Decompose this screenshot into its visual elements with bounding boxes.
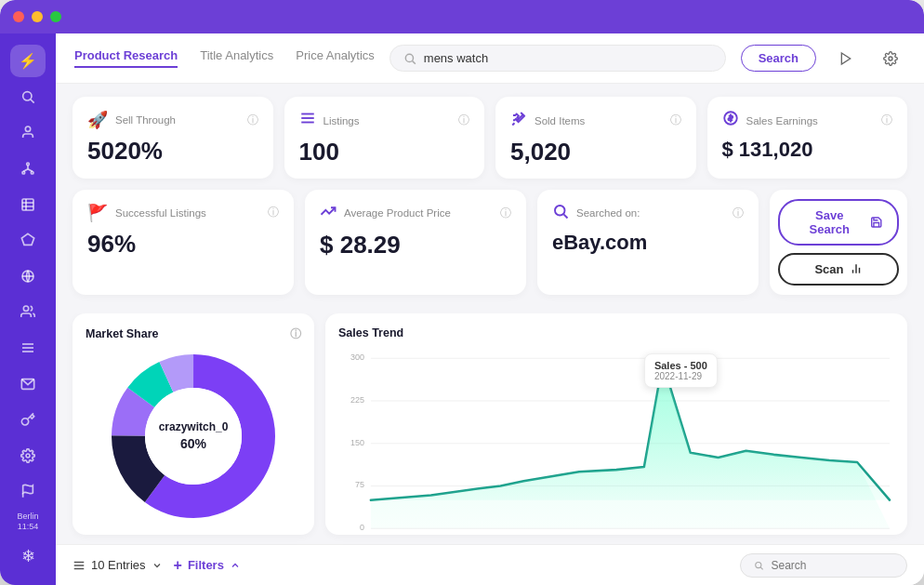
svg-text:225: 225 [350,394,364,404]
svg-text:2022-12-06: 2022-12-06 [798,536,833,538]
maximize-dot[interactable] [50,11,61,22]
sidebar-item-search[interactable] [10,81,46,113]
svg-point-16 [23,306,28,311]
sales-earnings-icon [722,110,739,131]
market-share-card: Market Share ⓘ [73,313,314,535]
filters-chevron-icon [230,560,241,571]
listings-info[interactable]: ⓘ [458,113,469,128]
sidebar-bottom: Berlin 11:54 ❄ [10,512,46,574]
metric-sales-earnings: Sales Earnings ⓘ $ 131,020 [707,97,908,179]
successful-listings-info[interactable]: ⓘ [268,205,279,220]
svg-line-24 [412,60,415,63]
sales-earnings-value: $ 131,020 [722,139,893,161]
bottom-search-icon [754,560,764,571]
metrics-row-2: 🚩 Successful Listings ⓘ 96% Average Prod… [73,190,907,295]
settings-icon-button[interactable] [876,44,905,73]
metric-successful-listings: 🚩 Successful Listings ⓘ 96% [73,190,294,295]
svg-point-31 [555,206,565,216]
sidebar-item-layers[interactable] [10,332,46,365]
bottom-search-bar [740,553,907,578]
sidebar-item-user[interactable] [10,116,46,149]
metrics-row-1: 🚀 Sell Through ⓘ 5020% Listings ⓘ [73,97,907,179]
sidebar-item-settings[interactable] [10,440,46,472]
svg-line-7 [23,169,28,172]
entries-icon [73,559,86,572]
svg-marker-25 [841,53,850,64]
bottom-bar: 10 Entries + Filters [56,544,924,585]
metrics-section: 🚀 Sell Through ⓘ 5020% Listings ⓘ [56,84,924,313]
svg-point-21 [26,454,30,458]
filters-label: Filters [188,558,224,572]
main-search-bar [389,45,726,72]
svg-text:2022-11-27: 2022-11-27 [608,536,643,538]
search-icon [403,52,416,65]
svg-text:2022-11-24: 2022-11-24 [534,536,569,538]
save-search-button[interactable]: Save Search [778,199,899,246]
svg-line-1 [31,100,34,103]
avg-price-info[interactable]: ⓘ [500,206,511,221]
sidebar-item-flag[interactable] [10,475,46,508]
sidebar-item-logo[interactable]: ⚡ [10,45,46,77]
svg-line-32 [563,214,567,218]
line-chart-wrapper: Sales - 500 2022-11-29 300 225 150 75 0 [338,349,894,538]
search-button[interactable]: Search [741,45,816,72]
listings-icon [299,110,316,131]
tab-price-analytics[interactable]: Price Analytics [296,48,375,68]
sell-through-label: Sell Through [115,114,176,126]
sidebar-item-table[interactable] [10,188,46,220]
line-chart-svg: 300 225 150 75 0 [338,349,894,538]
sidebar-item-diamond[interactable] [10,224,46,257]
save-icon [870,216,882,229]
svg-point-3 [27,163,30,166]
close-dot[interactable] [13,11,24,22]
svg-rect-9 [22,199,33,210]
avg-price-icon [320,203,337,224]
svg-text:2022-12-09: 2022-12-09 [858,536,893,538]
svg-text:2022-12-03: 2022-12-03 [737,536,772,538]
entries-chevron-icon [152,560,163,571]
bar-chart-icon [850,262,863,275]
sell-through-info[interactable]: ⓘ [247,113,258,128]
sidebar-item-globe[interactable] [10,260,46,293]
svg-point-2 [25,126,30,131]
searched-on-info[interactable]: ⓘ [733,206,744,221]
sidebar: ⚡ [0,33,56,585]
sales-trend-title: Sales Trend [338,326,894,339]
svg-text:2022-11-18: 2022-11-18 [414,536,449,538]
svg-text:300: 300 [350,352,364,362]
listings-value: 100 [299,139,470,166]
entries-select[interactable]: 10 Entries [73,558,163,572]
sidebar-item-people[interactable] [10,296,46,328]
market-share-info[interactable]: ⓘ [290,326,301,342]
title-bar [0,0,924,33]
tab-product-research[interactable]: Product Research [74,48,178,68]
sidebar-item-hierarchy[interactable] [10,153,46,185]
market-share-title: Market Share ⓘ [86,326,301,342]
searched-on-icon [552,203,569,224]
svg-text:0: 0 [360,523,364,532]
minimize-dot[interactable] [32,11,43,22]
filters-button[interactable]: + Filters [174,557,241,574]
sidebar-item-key[interactable] [10,404,46,436]
svg-text:75: 75 [355,480,364,489]
search-input[interactable] [424,51,712,65]
sales-earnings-info[interactable]: ⓘ [881,113,892,128]
metric-listings: Listings ⓘ 100 [284,97,485,179]
svg-point-23 [405,54,413,61]
sidebar-item-mail[interactable] [10,367,46,400]
top-nav: Product Research Title Analytics Price A… [56,33,924,84]
listings-label: Listings [323,115,360,126]
nav-tabs: Product Research Title Analytics Price A… [74,48,375,68]
successful-listings-label: Successful Listings [115,207,206,219]
svg-line-8 [28,169,33,172]
sold-items-info[interactable]: ⓘ [670,113,681,128]
sold-items-label: Sold Items [535,115,585,126]
searched-on-label: Searched on: [576,207,640,219]
bottom-search-input[interactable] [772,559,893,572]
svg-point-65 [756,562,761,567]
scan-button[interactable]: Scan [778,253,899,286]
donut-chart-wrapper: crazywitch_0 60% [86,352,301,522]
action-buttons-card: Save Search Scan [770,190,907,295]
tab-title-analytics[interactable]: Title Analytics [200,48,273,68]
video-icon-button[interactable] [831,44,861,73]
